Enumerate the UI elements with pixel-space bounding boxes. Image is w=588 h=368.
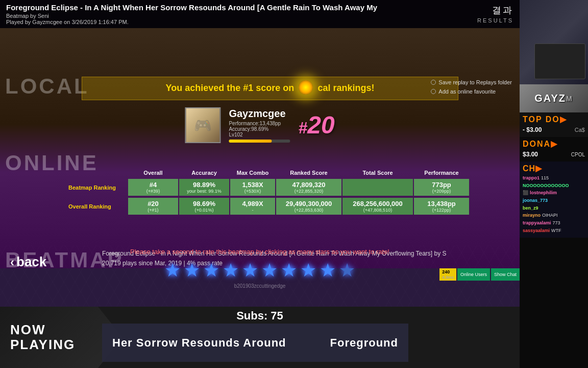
webcam-feed (520, 0, 588, 84)
col-header-ranked: Ranked Score (276, 169, 342, 177)
chat-name-5: ben_z9 (523, 205, 538, 212)
col-header-overall: Overall (128, 169, 179, 177)
song-title: Foreground Eclipse - In A Night When Her… (6, 3, 513, 12)
col-header-accuracy: Accuracy (179, 169, 230, 177)
add-favourite-radio[interactable] (431, 89, 436, 94)
cell-beatmap-perf: 773pp (+209pp) (414, 179, 469, 196)
logo-suffix: M (566, 95, 573, 103)
main-game-area: Foreground Eclipse - In A Night When Her… (0, 0, 520, 368)
star-5[interactable]: ★ (242, 260, 258, 281)
chat-row-7: trappyaalami 773 (523, 220, 585, 226)
chat-name-8: sassyaalami (523, 228, 550, 234)
beatmap-overall-val: #4 (129, 181, 177, 189)
overall-combo-sub: - (231, 208, 274, 213)
star-3[interactable]: ★ (203, 260, 219, 281)
header-subtitle: Beatmap by Seni Played by Gayzmcgee on 3… (6, 13, 513, 25)
chat-name-7: trappyaalami (523, 220, 551, 226)
chat-row-8: sassyaalami WTF (523, 228, 585, 234)
cell-overall-combo: 4,989X - (230, 198, 275, 215)
avatar: 🎮 (185, 107, 220, 143)
cell-overall-accuracy: 98.69% (+0.01%) (179, 198, 229, 215)
overall-ranked-sub: (+22,853,630) (277, 208, 340, 213)
song-title-display: Her Sorrow Resounds Around (112, 336, 286, 350)
online-users-button[interactable]: Online Users (457, 268, 490, 281)
level-progress-fill (229, 140, 272, 143)
local-label: LOCAL (5, 74, 89, 99)
cell-overall-perf: 13,438pp (+122pp) (414, 198, 469, 215)
back-arrow-icon: ‹ (10, 255, 14, 269)
achievement-text-after: cal rankings! (317, 83, 374, 93)
table-row-overall: Overall Ranking #20 (+#1) 98.69% (+0.01%… (66, 198, 509, 215)
overall-overall-sub: (+#1) (129, 208, 177, 213)
star-2[interactable]: ★ (184, 260, 200, 281)
level-progress-bar (229, 140, 290, 143)
overall-perf-sub: (+122pp) (415, 208, 468, 213)
song-title-bar: Her Sorrow Resounds Around Foreground (102, 324, 408, 362)
col-header-perf: Performance (413, 169, 470, 177)
overall-overall-val: #20 (129, 200, 177, 208)
chat-name-2: NOOOOOOOOOOOO (523, 183, 569, 189)
results-text: RESULTS (477, 17, 513, 24)
save-replay-label: Save replay to Replays folder (438, 79, 512, 85)
chat-title: CH▶ (523, 164, 585, 173)
cell-beatmap-ranked: 47,809,320 (+22,855,320) (276, 179, 341, 196)
rank-badge: #20 (298, 113, 334, 137)
sun-glow-icon (299, 80, 313, 95)
add-favourite-option[interactable]: Add as online favourite (431, 88, 512, 95)
chat-name-4: joonas_773 (523, 198, 548, 204)
achievement-text-before: You achieved the #1 score on (166, 83, 295, 93)
player-card: 🎮 Gayzmcgee Performance:13,438pp Accurac… (185, 107, 334, 143)
star-9[interactable]: ★ (320, 260, 336, 281)
col-header-empty (66, 169, 128, 177)
beatmap-overall-sub: (+#39) (129, 189, 177, 194)
star-8[interactable]: ★ (300, 260, 316, 281)
donor-row-1: - $3.00 Ca$ (523, 126, 585, 133)
star-1[interactable]: ★ (164, 260, 181, 281)
star-7[interactable]: ★ (281, 260, 297, 281)
save-replay-option[interactable]: Save replay to Replays folder (431, 79, 512, 85)
chat-msg-6: OIHAPI (542, 213, 558, 219)
chat-row-3: ⬛ lostnephilim (523, 190, 585, 196)
overall-total-val: 268,256,600,000 (344, 200, 412, 208)
gayz-logo: GAYZM (520, 84, 588, 112)
rank-hash: # (298, 119, 307, 137)
star-4[interactable]: ★ (223, 260, 239, 281)
rating-prompt: Please take a second to rate this beatma… (0, 248, 520, 256)
cell-overall-ranked: 29,490,300,000 (+22,853,630) (276, 198, 341, 215)
chat-msg-7: 773 (553, 220, 560, 226)
ping-display: 240 4.3ms (439, 268, 456, 281)
donate-name-1: CPOL (571, 152, 585, 157)
overall-ranked-val: 29,490,300,000 (277, 200, 340, 208)
top-donors-section: TOP DO▶ - $3.00 Ca$ (520, 112, 588, 137)
played-by: Played by Gayzmcgee on 3/26/2019 1:16:47… (6, 19, 129, 25)
star-6[interactable]: ★ (261, 260, 278, 281)
player-name: Gayzmcgee (229, 108, 290, 120)
donate-section: DONA▶ $3.00 CPOL (520, 137, 588, 162)
row-label-beatmap: Beatmap Ranking (66, 179, 128, 196)
overall-acc-sub: (+0.01%) (180, 208, 228, 213)
cell-overall-overall: #20 (+#1) (128, 198, 178, 215)
background-area: LOCAL ONLINE BEATMAP You achieved the #1… (0, 28, 520, 268)
beatmap-ranked-val: 47,809,320 (277, 181, 340, 189)
beatmap-acc-val: 98.89% (180, 181, 228, 189)
now-playing-text: NOWPLAYING (10, 323, 75, 352)
results-kanji: 결과 (477, 4, 513, 16)
cell-beatmap-overall: #4 (+#39) (128, 179, 178, 196)
cell-overall-total: 268,256,600,000 (+47,808,510) (342, 198, 413, 215)
show-chat-button[interactable]: Show Chat (491, 268, 520, 281)
overall-perf-val: 13,438pp (415, 200, 468, 208)
donate-amount-1: $3.00 (523, 151, 538, 158)
save-replay-radio[interactable] (431, 80, 436, 85)
beatmap-ranked-sub: (+22,855,320) (277, 189, 340, 194)
chat-row-1: trappo1 115 (523, 175, 585, 181)
results-label: 결과 RESULTS (477, 4, 513, 24)
top-donors-title: TOP DO▶ (523, 114, 585, 124)
star-10[interactable]: ★ (339, 260, 355, 281)
donor-amount-1: - $3.00 (523, 126, 542, 133)
cell-beatmap-accuracy: 98.89% your best: 99.1% (179, 179, 229, 196)
chat-msg-1: 115 (541, 175, 549, 181)
subs-counter: Subs: 75 (236, 309, 283, 323)
chat-section: CH▶ trappo1 115 NOOOOOOOOOOOO ⬛ lostneph… (520, 162, 588, 238)
back-button[interactable]: ‹ back (10, 254, 46, 270)
chat-name-3: lostnephilim (530, 190, 557, 196)
